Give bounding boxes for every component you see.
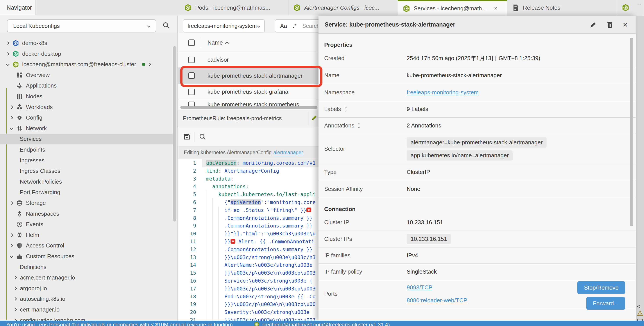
save-icon[interactable] [183, 133, 190, 140]
chevron-right-icon[interactable] [14, 308, 17, 312]
code-line[interactable]: 10 }}"}],"html":"\u003ch3\u003e\u [178, 230, 327, 238]
sidebar-item-workloads[interactable]: Workloads [0, 102, 173, 112]
close-icon[interactable]: × [494, 5, 498, 12]
sidebar-item-configuration-konghq-com[interactable]: configuration.konghq.com [0, 315, 173, 321]
chevron-left-icon[interactable]: < [637, 303, 640, 310]
search-icon[interactable] [162, 22, 170, 29]
sidebar-item-ingress-classes[interactable]: Ingress Classes [0, 166, 173, 176]
code-line[interactable]: 15 }}\u003c/p\u003e\n\u003cp\u003 [178, 269, 327, 277]
table-row[interactable]: kube-prometheus-stack-alertmanager [178, 68, 327, 84]
chevron-right-icon[interactable] [14, 276, 17, 280]
code-line[interactable]: 17 }}\u003c/p\u003e\n\u003cp\u003 [178, 285, 327, 293]
namespace-link[interactable]: freeleaps-monitoring-system [407, 89, 478, 96]
code-line[interactable]: 9 .CommonAnnotations.summary }} [178, 222, 327, 230]
sidebar-item-endpoints[interactable]: Endpoints [0, 144, 173, 155]
port-link[interactable]: 9093/TCP [407, 284, 467, 291]
sidebar-item-network[interactable]: Network [0, 123, 173, 134]
delete-icon[interactable] [606, 21, 613, 28]
code-line[interactable]: 7 if eq .Status \"firing\" }} [178, 206, 327, 214]
code-line[interactable]: 3metadata: [178, 175, 327, 183]
code-line[interactable]: 6 {"apiVersion":"monitoring.core [178, 198, 327, 206]
sidebar-item-custom-resources[interactable]: Custom Resources [0, 251, 173, 262]
row-checkbox[interactable] [188, 56, 195, 63]
sidebar-item-config[interactable]: Config [0, 112, 173, 123]
kubeconfig-selector[interactable]: Local Kubeconfigs [7, 19, 156, 32]
edit-icon[interactable] [311, 114, 318, 121]
edit-icon[interactable] [590, 21, 596, 28]
sort-ascending-icon[interactable] [225, 42, 229, 45]
sidebar-item-icecheng-mathmast-com-freeleaps-cluster[interactable]: icecheng@mathmast.com@freeleaps-cluster [0, 59, 173, 70]
table-row[interactable]: kube-prometheus-stack-prometheus [178, 100, 327, 106]
tab-partial[interactable]: .. [617, 0, 644, 15]
breadcrumb-link[interactable]: alertmanager [273, 150, 303, 156]
code-line[interactable]: 19 }})\u003c/p\u003e\n\u003cp\u00 [178, 300, 327, 308]
chevron-down-icon[interactable] [10, 127, 14, 130]
code-line[interactable]: 13 }}\u003c/strong\u003e\u003c/h3 [178, 254, 327, 261]
chevron-right-icon[interactable] [10, 202, 14, 205]
code-line[interactable]: 20 Severity:\u003c/strong\u003e [178, 308, 327, 316]
sidebar-item-demo-k8s[interactable]: demo-k8s [0, 38, 173, 48]
expand-toggle-icon[interactable]: ⌃⌄ [357, 124, 360, 128]
sidebar-item-events[interactable]: Events [0, 219, 173, 230]
sidebar-item-namespaces[interactable]: Namespaces [0, 208, 173, 219]
sidebar-item-network-policies[interactable]: Network Policies [0, 176, 173, 187]
chevron-right-icon[interactable] [6, 52, 10, 56]
chevron-right-icon[interactable] [14, 287, 17, 290]
sidebar-item-services[interactable]: Services [0, 134, 173, 144]
row-checkbox[interactable] [188, 102, 195, 106]
sidebar-item-nodes[interactable]: Nodes [0, 91, 173, 102]
code-line[interactable]: 1apiVersion: monitoring.coreos.com/v1 [178, 159, 327, 167]
panel-scrollbar[interactable] [630, 38, 633, 226]
sidebar-item-definitions[interactable]: Definitions [0, 262, 173, 272]
sidebar-item-applications[interactable]: Applications [0, 80, 173, 91]
code-line[interactable]: 14 AlertName:\u003c/strong\u003e [178, 261, 327, 269]
code-line[interactable]: 16 Service:\u003c/strong\u003e { [178, 277, 327, 285]
chevron-right-icon[interactable] [10, 116, 14, 120]
tab-alertmanager[interactable]: Alertmanager Configs - icec... [288, 0, 398, 15]
port-link[interactable]: 8080:reloader-web/TCP [407, 297, 467, 304]
sidebar-item-autoscaling-k8s-io[interactable]: autoscaling.k8s.io [0, 294, 173, 304]
chevron-right-icon[interactable] [14, 318, 17, 321]
sidebar-item-port-forwarding[interactable]: Port Forwarding [0, 187, 173, 198]
sidebar-item-ingresses[interactable]: Ingresses [0, 155, 173, 166]
sidebar-item-overview[interactable]: Overview [0, 70, 173, 80]
code-line[interactable]: 12 .CommonAnnotations.summary }} [178, 246, 327, 254]
table-row[interactable]: kube-prometheus-stack-grafana [178, 84, 327, 100]
chevron-right-icon[interactable] [148, 63, 151, 66]
expand-toggle-icon[interactable]: ⌃⌄ [344, 107, 347, 111]
code-line[interactable]: 21 }}\u003c/p\u003e\n\u003cp\u003 [178, 316, 327, 321]
code-line[interactable]: 2kind: AlertmanagerConfig [178, 167, 327, 175]
select-all-checkbox[interactable] [188, 40, 195, 46]
namespace-selector[interactable]: freeleaps-monitoring-system [183, 19, 265, 32]
active-cluster-status[interactable]: icecheng@mathmast.com@freeleaps-cluster … [262, 322, 390, 326]
row-checkbox[interactable] [188, 72, 195, 79]
sidebar-item-helm[interactable]: Helm [0, 230, 173, 240]
sidebar-scrollbar[interactable] [173, 46, 176, 222]
tab-release[interactable]: Release Notes [507, 0, 617, 15]
sidebar-item-access-control[interactable]: Access Control [0, 240, 173, 251]
editor-search-icon[interactable] [199, 133, 206, 140]
forward-button[interactable]: Forward... [586, 297, 625, 310]
chevron-right-icon[interactable] [10, 105, 14, 109]
sidebar-item-argoproj-io[interactable]: argoproj.io [0, 283, 173, 294]
chevron-right-icon[interactable] [6, 42, 10, 45]
match-case-icon[interactable]: Aa [280, 22, 287, 30]
sidebar-item-cert-manager-io[interactable]: cert-manager.io [0, 304, 173, 315]
yaml-editor[interactable]: 1apiVersion: monitoring.coreos.com/v12ki… [178, 158, 327, 321]
chevron-down-icon[interactable] [6, 63, 10, 66]
sidebar-item-acme-cert-manager-io[interactable]: acme.cert-manager.io [0, 272, 173, 283]
navigator-tab[interactable]: Navigator [0, 0, 36, 15]
code-line[interactable]: 11 }} Alert: {{ .CommonAnnotati [178, 238, 327, 246]
sidebar-item-storage[interactable]: Storage [0, 198, 173, 208]
table-horizontal-scrollbar[interactable] [180, 106, 318, 109]
chevron-right-icon[interactable] [10, 234, 14, 237]
sidebar-item-docker-desktop[interactable]: docker-desktop [0, 48, 173, 59]
row-checkbox[interactable] [188, 89, 195, 95]
chevron-right-icon[interactable] [10, 244, 14, 248]
column-header-name[interactable]: Name [208, 39, 223, 46]
code-line[interactable]: 18 Pod:\u003c/strong\u003e {{ .Co [178, 293, 327, 300]
code-line[interactable]: 4 annotations: [178, 182, 327, 190]
regex-icon[interactable]: .* [293, 22, 296, 30]
code-line[interactable]: 8 .CommonAnnotations.summary }} [178, 214, 327, 222]
chevron-right-icon[interactable] [14, 297, 17, 301]
